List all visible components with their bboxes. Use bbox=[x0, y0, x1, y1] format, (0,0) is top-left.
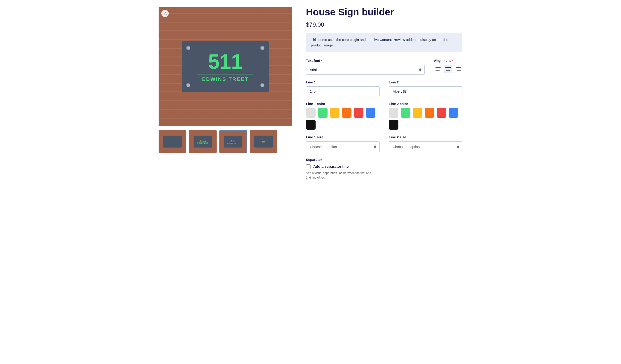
line1-size-select-wrapper: Choose an option Small Medium Large bbox=[306, 141, 380, 152]
line2-color-label: Line 2 color bbox=[389, 102, 462, 106]
zoom-icon[interactable] bbox=[161, 10, 169, 17]
line1-color-label: Line 1 color bbox=[306, 102, 380, 106]
bolt-br bbox=[260, 83, 264, 87]
sign-number: 511 bbox=[208, 51, 242, 72]
thumbnail-list: 215a STREET NAME 511 EDWINS TREET bbox=[159, 130, 292, 153]
line2-color-orange[interactable] bbox=[425, 108, 434, 118]
required-star-font: * bbox=[321, 59, 322, 63]
line1-color-yellow[interactable] bbox=[330, 108, 340, 118]
thumb-inner-1 bbox=[159, 130, 186, 153]
line2-color-grey[interactable] bbox=[389, 108, 398, 118]
thumb-sign-3: 511 EDWINS TREET bbox=[224, 136, 242, 147]
alignment-label: Alignment * bbox=[434, 59, 462, 63]
align-center-button[interactable] bbox=[444, 65, 452, 73]
line2-color-group: Line 2 color bbox=[389, 102, 462, 130]
line1-color-group: Line 1 color bbox=[306, 102, 380, 130]
required-star-align: * bbox=[452, 59, 453, 63]
alignment-buttons bbox=[434, 65, 462, 73]
align-left-icon bbox=[435, 67, 441, 71]
line2-input[interactable] bbox=[389, 86, 462, 96]
line1-color-red[interactable] bbox=[354, 108, 363, 118]
align-right-icon bbox=[456, 67, 461, 71]
line1-color-green[interactable] bbox=[318, 108, 328, 118]
sign-plate: 511 EDWINS TREET bbox=[182, 41, 269, 92]
separator-checkbox-label[interactable]: Add a separator line bbox=[313, 165, 349, 169]
product-price: $79.00 bbox=[306, 21, 462, 28]
line2-size-select-wrapper: Choose an option Small Medium Large bbox=[389, 141, 462, 152]
separator-label: Separator bbox=[306, 158, 462, 161]
line2-size-label: Line 2 size bbox=[389, 135, 462, 139]
line1-size-group: Line 1 size Choose an option Small Mediu… bbox=[306, 135, 380, 152]
line2-size-select[interactable]: Choose an option Small Medium Large bbox=[389, 141, 462, 152]
bolt-tl bbox=[186, 46, 190, 50]
line2-color-red[interactable] bbox=[437, 108, 446, 118]
sign-street: EDWINS TREET bbox=[202, 76, 249, 82]
info-box: This demo uses the core plugin and the L… bbox=[306, 33, 462, 52]
line1-color-swatches bbox=[306, 108, 380, 130]
thumbnail-2[interactable]: 215a STREET NAME bbox=[189, 130, 217, 153]
text-font-group: Text font * Arial Times New Roman Courie… bbox=[306, 59, 425, 75]
info-text-before: This demo uses the core plugin and the bbox=[311, 38, 372, 42]
bolt-tr bbox=[260, 46, 264, 50]
font-select-wrapper: Arial Times New Roman Courier New Georgi… bbox=[306, 65, 425, 75]
svg-line-1 bbox=[166, 14, 167, 15]
colors-row: Line 1 color Line 2 color bbox=[306, 102, 462, 130]
line1-label: Line 1 bbox=[306, 80, 380, 84]
font-alignment-row: Text font * Arial Times New Roman Courie… bbox=[306, 59, 462, 75]
align-left-button[interactable] bbox=[434, 65, 442, 73]
line2-size-group: Line 2 size Choose an option Small Mediu… bbox=[389, 135, 462, 152]
line2-color-black[interactable] bbox=[389, 120, 398, 130]
separator-checkbox-row: Add a separator line bbox=[306, 164, 462, 169]
left-panel: 511 EDWINS TREET bbox=[159, 7, 292, 180]
line1-color-blue[interactable] bbox=[366, 108, 375, 118]
thumb-sign-1 bbox=[163, 136, 182, 147]
right-panel: House Sign builder $79.00 This demo uses… bbox=[306, 7, 462, 180]
line1-size-select[interactable]: Choose an option Small Medium Large bbox=[306, 141, 380, 152]
line1-color-black[interactable] bbox=[306, 120, 316, 130]
line2-label: Line 2 bbox=[389, 80, 462, 84]
line1-input[interactable] bbox=[306, 86, 380, 96]
lines-row: Line 1 Line 2 bbox=[306, 80, 462, 96]
thumb-inner-3: 511 EDWINS TREET bbox=[220, 130, 246, 153]
thumb-inner-4: 215 bbox=[250, 130, 277, 153]
thumbnail-4[interactable]: 215 bbox=[250, 130, 277, 153]
page-title: House Sign builder bbox=[306, 7, 462, 17]
thumbnail-1[interactable] bbox=[159, 130, 186, 153]
text-font-label: Text font * bbox=[306, 59, 425, 63]
align-right-button[interactable] bbox=[454, 65, 462, 73]
brick-background: 511 EDWINS TREET bbox=[159, 7, 292, 127]
alignment-group: Alignment * bbox=[434, 59, 462, 75]
line1-size-label: Line 1 size bbox=[306, 135, 380, 139]
sizes-row: Line 1 size Choose an option Small Mediu… bbox=[306, 135, 462, 152]
separator-section: Separator Add a separator line Add a vis… bbox=[306, 158, 462, 180]
info-link[interactable]: Live Content Preview bbox=[372, 38, 405, 42]
thumbnail-3[interactable]: 511 EDWINS TREET bbox=[219, 130, 247, 153]
separator-checkbox[interactable] bbox=[306, 164, 310, 169]
line2-group: Line 2 bbox=[389, 80, 462, 96]
line2-color-swatches bbox=[389, 108, 462, 130]
thumb-inner-2: 215a STREET NAME bbox=[190, 130, 216, 153]
bolt-bl bbox=[186, 83, 190, 87]
thumb-sign-4: 215 bbox=[254, 136, 273, 147]
line1-group: Line 1 bbox=[306, 80, 380, 96]
line2-color-yellow[interactable] bbox=[413, 108, 422, 118]
thumb-sign-2: 215a STREET NAME bbox=[194, 136, 212, 147]
line1-color-grey[interactable] bbox=[306, 108, 316, 118]
line2-color-blue[interactable] bbox=[448, 108, 458, 118]
align-center-icon bbox=[445, 67, 451, 71]
line1-color-orange[interactable] bbox=[342, 108, 351, 118]
line2-color-green[interactable] bbox=[401, 108, 410, 118]
font-select[interactable]: Arial Times New Roman Courier New Georgi… bbox=[306, 65, 425, 75]
sign-divider bbox=[198, 74, 253, 75]
page-container: 511 EDWINS TREET bbox=[149, 0, 472, 187]
separator-hint: Add a visual separation line between the… bbox=[306, 171, 462, 180]
main-product-image: 511 EDWINS TREET bbox=[159, 7, 292, 127]
